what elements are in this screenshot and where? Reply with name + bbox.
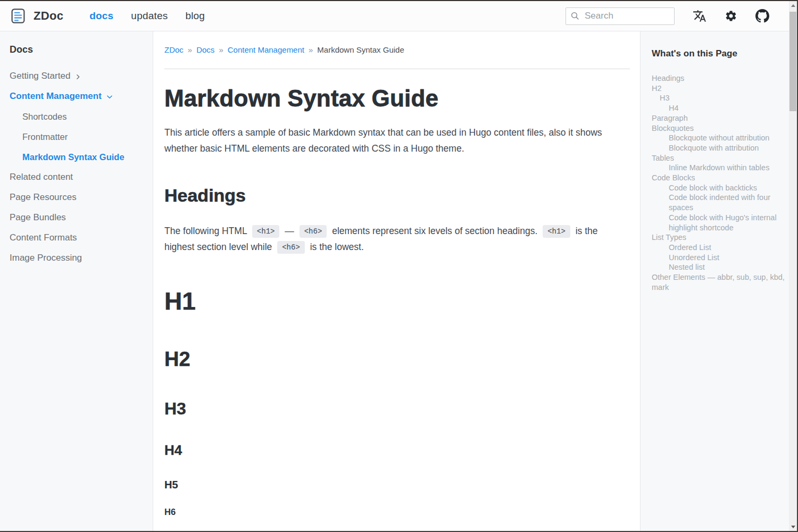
sidebar-item-frontmatter[interactable]: Frontmatter [10,132,145,142]
toc-item-paragraph[interactable]: Paragraph [652,113,787,123]
search-box[interactable] [566,7,675,25]
breadcrumb-current: Markdown Syntax Guide [317,45,404,54]
toc-item-blockquote-with-attribution[interactable]: Blockquote with attribution [652,143,787,153]
sidebar-item-label: Image Processing [10,253,82,263]
toc-item-ordered-list[interactable]: Ordered List [652,243,787,253]
search-icon [570,11,580,21]
github-icon [755,9,769,23]
toc-item-h4[interactable]: H4 [652,103,787,113]
browser-page: ZDoc docs updates blog [0,0,798,532]
toc-item-h2[interactable]: H2 [652,84,787,94]
paragraph-text: is the lowest. [307,242,364,252]
scrollbar-thumb[interactable] [789,12,796,111]
sidebar-item-label: Shortcodes [22,112,66,121]
docs-nav-list: Getting Started Content Management Short… [10,71,145,263]
sample-heading-h4: H4 [164,442,630,458]
toc-item-blockquotes[interactable]: Blockquotes [652,123,787,134]
scrollbar-down-arrow[interactable] [789,522,797,531]
toc-item-tables[interactable]: Tables [652,153,787,163]
sidebar-heading: Docs [10,44,145,55]
toc-heading: What's on this Page [652,48,787,59]
scrollbar-up-arrow[interactable] [789,1,797,10]
toc-list: Headings H2 H3 H4 Paragraph Blockquotes … [652,73,787,292]
search-input[interactable] [585,11,664,21]
chevron-right-icon [74,73,81,80]
sidebar-item-image-processing[interactable]: Image Processing [10,253,145,263]
zdoc-logo[interactable]: ZDoc [11,8,63,24]
window-scrollbar[interactable] [789,1,797,531]
sidebar-item-label: Related content [10,172,73,182]
breadcrumb-separator: » [188,45,192,54]
breadcrumb-link-zdoc[interactable]: ZDoc [164,45,184,54]
sidebar-item-page-resources[interactable]: Page Resources [10,193,145,202]
sidebar-item-label: Content Management [10,92,102,101]
toc-item-nested-list[interactable]: Nested list [652,262,787,272]
breadcrumb-divider [164,69,630,69]
headings-paragraph: The following HTML <h1> — <h6> elements … [164,223,623,255]
paragraph-text: — [282,226,296,236]
sample-heading-h3: H3 [164,398,630,419]
toc-item-code-block-highlight-shortcode[interactable]: Code block with Hugo's internal highligh… [652,213,787,232]
sample-heading-h2: H2 [164,347,630,371]
toc-item-h3[interactable]: H3 [652,93,787,103]
inline-code-h6: <h6> [277,241,305,254]
sidebar-item-content-formats[interactable]: Content Formats [10,233,145,243]
sidebar-item-label: Page Bundles [10,213,66,222]
paragraph-text: The following HTML [164,226,250,236]
toc-item-headings[interactable]: Headings [652,73,787,84]
translate-icon [693,9,706,23]
page-title: Markdown Syntax Guide [164,86,630,111]
paragraph-text: elements represent six levels of section… [329,226,540,236]
primary-nav: docs updates blog [89,10,205,22]
chevron-down-icon [106,93,113,101]
sidebar-item-label: Frontmatter [22,132,68,142]
toc-item-code-block-indented[interactable]: Code block indented with four spaces [652,193,787,212]
nav-link-docs[interactable]: docs [89,10,113,22]
triangle-down-icon [791,526,795,528]
toc-item-blockquote-without-attribution[interactable]: Blockquote without attribution [652,133,787,143]
toc-item-unordered-list[interactable]: Unordered List [652,253,787,263]
section-heading-headings: Headings [164,185,630,205]
triangle-up-icon [791,4,795,7]
document-logo-icon [11,8,26,24]
toc-item-inline-markdown-within-tables[interactable]: Inline Markdown within tables [652,163,787,173]
sample-heading-h5: H5 [164,478,630,491]
nav-link-blog[interactable]: blog [185,10,205,22]
inline-code-h1: <h1> [252,225,280,238]
sidebar-item-label: Getting Started [10,71,70,81]
sidebar-item-related-content[interactable]: Related content [10,172,145,182]
breadcrumb-link-content-management[interactable]: Content Management [228,45,304,54]
sidebar-item-shortcodes[interactable]: Shortcodes [10,112,145,121]
inline-code-h1: <h1> [543,225,570,238]
nav-link-updates[interactable]: updates [131,10,168,22]
breadcrumb: ZDoc»Docs»Content Management»Markdown Sy… [164,46,630,54]
sidebar-item-label: Markdown Syntax Guide [22,152,124,162]
toc-sidebar: What's on this Page Headings H2 H3 H4 Pa… [640,31,797,531]
sample-heading-h1: H1 [164,288,630,314]
gear-icon [725,10,737,22]
content-layout: Docs Getting Started Content Management … [0,31,797,531]
inline-code-h6: <h6> [300,225,327,238]
sidebar-item-label: Page Resources [10,193,77,202]
settings-button[interactable] [725,10,737,22]
sidebar-item-markdown-syntax-guide[interactable]: Markdown Syntax Guide [10,152,145,162]
sidebar-item-content-management[interactable]: Content Management [10,92,145,101]
github-button[interactable] [755,9,769,23]
sidebar-item-getting-started[interactable]: Getting Started [10,71,145,81]
navbar-actions [566,7,769,25]
toc-item-list-types[interactable]: List Types [652,232,787,243]
top-navbar: ZDoc docs updates blog [0,1,797,31]
toc-item-code-block-with-backticks[interactable]: Code block with backticks [652,183,787,193]
toc-item-code-blocks[interactable]: Code Blocks [652,173,787,183]
sidebar-item-page-bundles[interactable]: Page Bundles [10,213,145,222]
language-button[interactable] [693,9,706,23]
breadcrumb-link-docs[interactable]: Docs [196,45,214,54]
sample-heading-h6: H6 [164,506,630,517]
article-lead: This article offers a sample of basic Ma… [164,124,622,156]
toc-item-other-elements[interactable]: Other Elements — abbr, sub, sup, kbd, ma… [652,272,787,292]
docs-sidebar: Docs Getting Started Content Management … [0,31,153,531]
breadcrumb-separator: » [309,45,313,54]
brand-name: ZDoc [34,9,63,23]
article-main: ZDoc»Docs»Content Management»Markdown Sy… [153,31,640,531]
sidebar-item-label: Content Formats [10,233,77,243]
